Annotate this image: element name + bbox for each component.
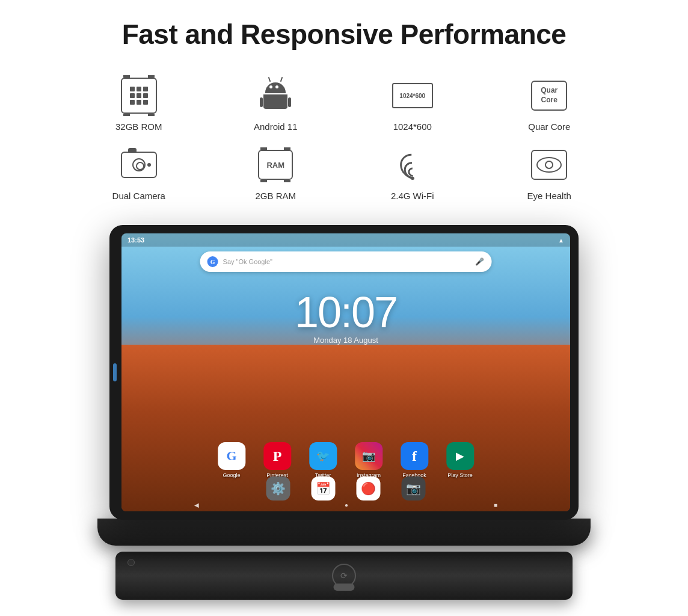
- feature-camera: Dual Camera: [73, 144, 204, 201]
- tablet-back: ⟳: [115, 552, 573, 600]
- back-camera-icon: [127, 559, 135, 566]
- eye-shape: [538, 158, 561, 171]
- google-app-label: Google: [223, 472, 240, 478]
- instagram-app-icon: 📷: [355, 442, 382, 470]
- wifi-icon-inner: [395, 150, 431, 180]
- features-grid: 32GB ROM Android 11 1024*600: [73, 75, 615, 201]
- ram-label: 2GB RAM: [255, 191, 296, 201]
- android-body: [263, 94, 287, 109]
- android-icon-inner: [263, 82, 287, 109]
- quarcore-label: Quar Core: [528, 122, 570, 132]
- feature-resolution: 1024*600 1024*600: [347, 75, 478, 132]
- google-app-icon: G: [218, 442, 245, 470]
- eye-health-icon: [528, 144, 570, 186]
- feature-wifi: 2.4G Wi-Fi: [347, 144, 478, 201]
- chip-icon: [118, 75, 160, 117]
- app-pinterest[interactable]: P Pinterest: [263, 442, 291, 478]
- resolution-icon-inner: 1024*600: [392, 83, 433, 108]
- eye-pupil-icon: [545, 161, 553, 169]
- facebook-app-icon: f: [401, 442, 428, 470]
- playstore-app-icon: ▶: [446, 442, 474, 470]
- camera-icon-inner: [121, 152, 157, 178]
- recents-nav[interactable]: ■: [494, 502, 497, 508]
- camera-icon: [118, 144, 160, 186]
- calendar-dock-icon[interactable]: 📅: [312, 476, 336, 500]
- tablet-section: 13:53 ▲ G Say "Ok Google" 🎤 10:07 Monday…: [73, 225, 615, 600]
- tablet-screen: 13:53 ▲ G Say "Ok Google" 🎤 10:07 Monday…: [121, 233, 570, 511]
- android-label: Android 11: [254, 122, 298, 132]
- microphone-icon: 🎤: [475, 257, 484, 266]
- chrome-dock-icon[interactable]: 🔴: [357, 476, 381, 500]
- ram-icon: RAM: [254, 144, 296, 186]
- tablet-base: [97, 519, 591, 546]
- feature-rom: 32GB ROM: [73, 75, 204, 132]
- pinterest-app-icon: P: [263, 442, 291, 470]
- clock-display: 10:07: [295, 288, 397, 337]
- rom-label: 32GB ROM: [115, 122, 162, 132]
- feature-quarcore: QuarCore Quar Core: [484, 75, 615, 132]
- settings-dock-icon[interactable]: ⚙️: [266, 476, 290, 500]
- tablet-device: 13:53 ▲ G Say "Ok Google" 🎤 10:07 Monday…: [109, 225, 579, 520]
- playstore-app-label: Play Store: [447, 472, 473, 478]
- feature-android: Android 11: [210, 75, 342, 132]
- status-icons: ▲: [558, 237, 564, 244]
- quarcore-icon: QuarCore: [528, 75, 570, 117]
- eye-health-label: Eye Health: [527, 191, 571, 201]
- nav-bar: ◀ ● ■: [121, 500, 570, 509]
- app-playstore[interactable]: ▶ Play Store: [446, 442, 474, 478]
- android-head: [265, 82, 286, 93]
- search-bar[interactable]: G Say "Ok Google" 🎤: [200, 251, 492, 272]
- back-button[interactable]: [334, 584, 355, 591]
- quarcore-icon-inner: QuarCore: [531, 81, 567, 111]
- chip-icon-inner: [121, 78, 157, 114]
- dock-row: ⚙️ 📅 🔴 📷: [266, 476, 426, 500]
- resolution-icon: 1024*600: [392, 75, 434, 117]
- wifi-icon: [392, 144, 434, 186]
- page-container: Fast and Responsive Performance 32GB ROM: [0, 0, 688, 616]
- antenna-left-icon: [268, 77, 271, 82]
- wifi-label: 2.4G Wi-Fi: [391, 191, 434, 201]
- app-twitter[interactable]: 🐦 Twitter: [309, 442, 337, 478]
- antenna-right-icon: [280, 77, 283, 82]
- camera-label: Dual Camera: [112, 191, 165, 201]
- twitter-app-icon: 🐦: [309, 442, 337, 470]
- page-title: Fast and Responsive Performance: [122, 18, 567, 51]
- feature-ram: RAM 2GB RAM: [210, 144, 342, 201]
- camera-dock-icon[interactable]: 📷: [402, 476, 426, 500]
- ram-chip-icon: RAM: [258, 150, 293, 180]
- google-g-icon: G: [207, 256, 218, 267]
- date-display: Monday 18 August: [313, 336, 378, 345]
- app-instagram[interactable]: 📷 Instagram: [355, 442, 382, 478]
- home-nav[interactable]: ●: [345, 502, 348, 508]
- camera-flash-icon: [147, 163, 151, 167]
- app-grid: G Google P Pinterest 🐦 Twi: [144, 442, 547, 478]
- camera-lens-icon: [132, 158, 146, 171]
- status-bar: 13:53 ▲: [121, 233, 570, 247]
- side-button[interactable]: [113, 363, 117, 381]
- app-google[interactable]: G Google: [218, 442, 245, 478]
- eye-icon-inner: [531, 150, 567, 180]
- resolution-label: 1024*600: [393, 122, 432, 132]
- search-placeholder: Say "Ok Google": [223, 258, 471, 265]
- wifi-status-icon: ▲: [558, 237, 564, 244]
- feature-eye-health: Eye Health: [484, 144, 615, 201]
- status-time: 13:53: [127, 236, 144, 244]
- back-nav[interactable]: ◀: [194, 502, 199, 508]
- android-icon: [254, 75, 296, 117]
- app-facebook[interactable]: f Facebook: [401, 442, 428, 478]
